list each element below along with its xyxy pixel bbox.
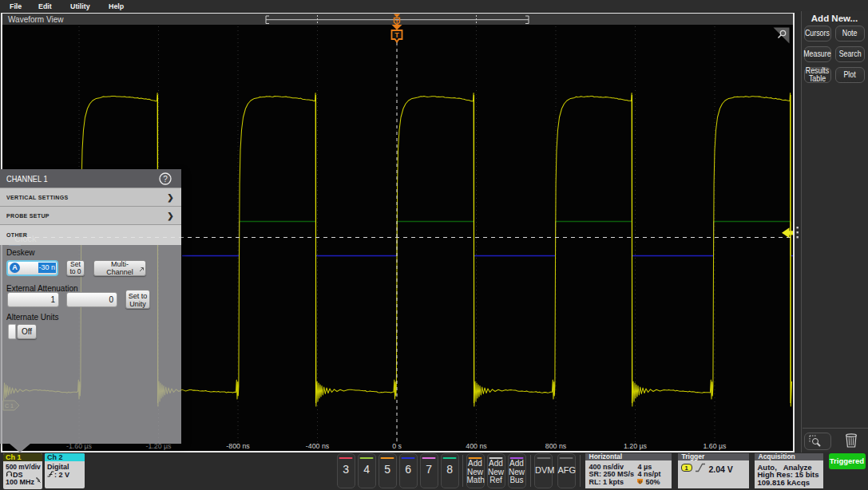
svg-text:T: T (395, 19, 398, 25)
svg-text:T: T (394, 31, 399, 39)
svg-text:0 s: 0 s (392, 442, 402, 450)
svg-text:U: U (638, 480, 641, 484)
svg-text:-400 ns: -400 ns (306, 442, 330, 450)
svg-text:-800 ns: -800 ns (226, 442, 250, 450)
svg-text:800 ns: 800 ns (545, 442, 567, 450)
svg-text:1.60 µs: 1.60 µs (703, 442, 727, 450)
svg-text:1.20 µs: 1.20 µs (624, 442, 648, 450)
svg-text:400 ns: 400 ns (466, 442, 487, 450)
svg-text:?: ? (163, 175, 168, 184)
